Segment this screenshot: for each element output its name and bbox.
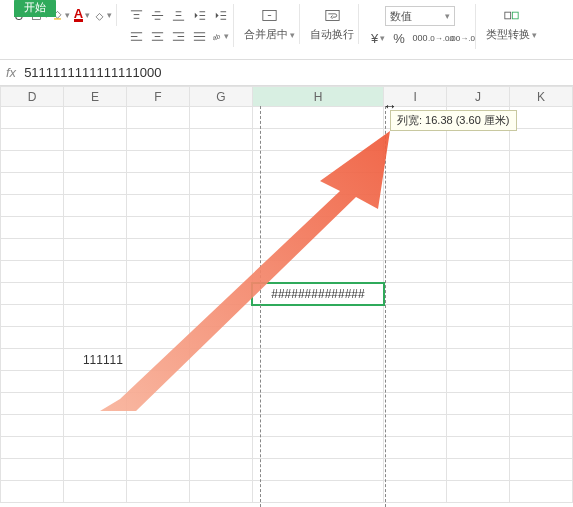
cell[interactable]: [510, 327, 573, 349]
cell[interactable]: [252, 239, 383, 261]
cell[interactable]: [252, 129, 383, 151]
cell[interactable]: [1, 349, 64, 371]
cell[interactable]: [447, 173, 510, 195]
cell[interactable]: [510, 415, 573, 437]
cell[interactable]: [189, 415, 252, 437]
decrease-decimal-icon[interactable]: .00→.0: [453, 29, 471, 47]
cell[interactable]: [189, 349, 252, 371]
cell[interactable]: [126, 283, 189, 305]
cell[interactable]: [252, 481, 383, 503]
cell[interactable]: [1, 239, 64, 261]
cell[interactable]: [189, 107, 252, 129]
cell[interactable]: [126, 459, 189, 481]
align-left-icon[interactable]: [127, 27, 145, 45]
cell[interactable]: [384, 129, 447, 151]
cell[interactable]: [63, 327, 126, 349]
justify-icon[interactable]: [190, 27, 208, 45]
cell[interactable]: [126, 393, 189, 415]
cell[interactable]: [189, 459, 252, 481]
cell[interactable]: [384, 151, 447, 173]
cell[interactable]: [1, 459, 64, 481]
cell[interactable]: [447, 371, 510, 393]
cell[interactable]: [126, 371, 189, 393]
cell[interactable]: [1, 437, 64, 459]
cell[interactable]: [252, 195, 383, 217]
cell[interactable]: [252, 393, 383, 415]
cell[interactable]: [447, 415, 510, 437]
cell[interactable]: [126, 239, 189, 261]
cell[interactable]: [252, 371, 383, 393]
cell[interactable]: [189, 239, 252, 261]
cell[interactable]: [63, 195, 126, 217]
merge-center-icon[interactable]: [261, 6, 279, 24]
cell[interactable]: [189, 217, 252, 239]
currency-icon[interactable]: ¥: [369, 29, 387, 47]
cell[interactable]: [384, 481, 447, 503]
cell[interactable]: [252, 151, 383, 173]
cell[interactable]: [447, 437, 510, 459]
cell[interactable]: [252, 217, 383, 239]
cell[interactable]: [510, 217, 573, 239]
cell[interactable]: [63, 481, 126, 503]
cell[interactable]: [189, 261, 252, 283]
cell[interactable]: [63, 459, 126, 481]
cell[interactable]: [384, 261, 447, 283]
cell[interactable]: [63, 261, 126, 283]
number-format-dropdown[interactable]: 数值: [385, 6, 455, 26]
spreadsheet-grid[interactable]: D E F G H I J K ##############111111 ↔ 列…: [0, 86, 573, 507]
ribbon-tab-home[interactable]: 开始: [14, 0, 56, 17]
cell[interactable]: [1, 217, 64, 239]
align-top-icon[interactable]: [127, 6, 145, 24]
cell[interactable]: [384, 415, 447, 437]
font-color-icon[interactable]: A: [73, 6, 91, 24]
cell[interactable]: [447, 129, 510, 151]
cell[interactable]: [63, 129, 126, 151]
cell[interactable]: [1, 481, 64, 503]
cell[interactable]: [384, 459, 447, 481]
cell[interactable]: [189, 437, 252, 459]
cell[interactable]: [63, 305, 126, 327]
cell[interactable]: [252, 437, 383, 459]
cell[interactable]: [510, 305, 573, 327]
cell[interactable]: [189, 393, 252, 415]
cell[interactable]: [189, 173, 252, 195]
cell[interactable]: [189, 371, 252, 393]
cell[interactable]: [189, 305, 252, 327]
cell[interactable]: [126, 261, 189, 283]
comma-style-icon[interactable]: 000: [411, 29, 429, 47]
cell[interactable]: [384, 393, 447, 415]
cell[interactable]: [1, 151, 64, 173]
merge-center-label[interactable]: 合并居中: [244, 27, 295, 42]
cell[interactable]: [126, 195, 189, 217]
cell[interactable]: [126, 349, 189, 371]
cell[interactable]: [1, 129, 64, 151]
eraser-icon[interactable]: [94, 6, 112, 24]
cell[interactable]: [447, 459, 510, 481]
cell[interactable]: [126, 107, 189, 129]
align-bottom-icon[interactable]: [169, 6, 187, 24]
col-header-J[interactable]: J: [447, 87, 510, 107]
cell[interactable]: [384, 239, 447, 261]
cell[interactable]: [1, 415, 64, 437]
cell[interactable]: [252, 327, 383, 349]
wrap-text-label[interactable]: 自动换行: [310, 27, 354, 42]
cell[interactable]: [126, 129, 189, 151]
cell[interactable]: [63, 371, 126, 393]
cell[interactable]: [252, 415, 383, 437]
cell[interactable]: [510, 129, 573, 151]
col-header-F[interactable]: F: [126, 87, 189, 107]
align-middle-icon[interactable]: [148, 6, 166, 24]
cell[interactable]: [510, 459, 573, 481]
col-header-E[interactable]: E: [63, 87, 126, 107]
cell[interactable]: [126, 217, 189, 239]
cell[interactable]: [510, 283, 573, 305]
col-header-G[interactable]: G: [189, 87, 252, 107]
align-center-icon[interactable]: [148, 27, 166, 45]
type-convert-label[interactable]: 类型转换: [486, 27, 537, 42]
cell[interactable]: [252, 459, 383, 481]
cell[interactable]: [189, 151, 252, 173]
cell[interactable]: [252, 349, 383, 371]
formula-bar-value[interactable]: 5111111111111111000: [24, 65, 567, 80]
cell[interactable]: [447, 283, 510, 305]
col-header-K[interactable]: K: [510, 87, 573, 107]
